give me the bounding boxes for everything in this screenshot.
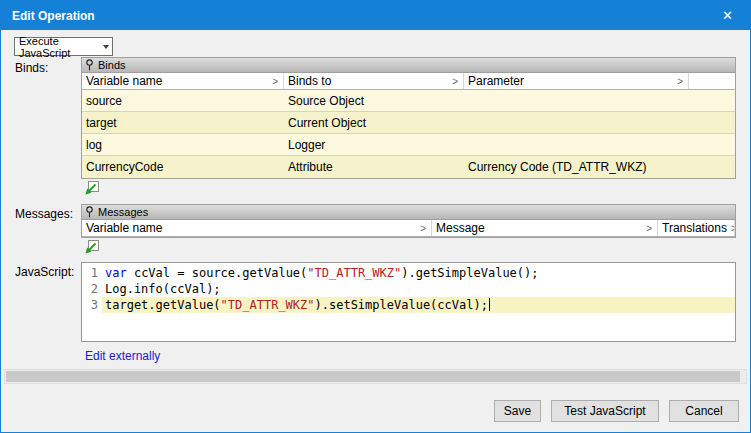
pin-icon[interactable] <box>85 59 94 71</box>
chevron-down-icon <box>99 45 112 49</box>
code-lines: 1var ccVal = source.getValue("TD_ATTR_WK… <box>82 265 735 313</box>
cell-parameter <box>464 134 735 155</box>
code-line[interactable]: 2Log.info(ccVal); <box>82 281 735 297</box>
code-token: "TD_ATTR_WKZ" <box>307 266 401 280</box>
operation-type-select[interactable]: Execute JavaScript <box>14 37 113 56</box>
scrollbar-thumb[interactable] <box>6 371 740 382</box>
sort-indicator: > <box>416 223 426 234</box>
cell-variable-name: source <box>82 90 284 111</box>
column-header-label: Binds to <box>288 74 331 88</box>
messages-column-headers: Variable name>Message>Translations> <box>82 220 735 237</box>
code-token: Log.info(ccVal); <box>105 282 221 296</box>
code-line[interactable]: 3target.getValue("TD_ATTR_WKZ").setSimpl… <box>82 297 735 313</box>
close-button[interactable]: ✕ <box>705 1 750 30</box>
sort-indicator: > <box>727 223 735 234</box>
cell-parameter <box>464 90 735 111</box>
code-token: var <box>105 266 127 280</box>
binds-panel-title: Binds <box>98 59 126 71</box>
cell-binds-to: Logger <box>284 134 464 155</box>
cell-variable-name: target <box>82 112 284 133</box>
horizontal-scrollbar[interactable] <box>4 369 747 384</box>
code-text: target.getValue("TD_ATTR_WKZ").setSimple… <box>102 297 735 313</box>
add-message-button[interactable] <box>84 240 99 255</box>
edit-operation-dialog: Edit Operation ✕ Execute JavaScript Bind… <box>0 0 751 433</box>
add-row-icon <box>84 240 99 255</box>
table-row[interactable]: targetCurrent Object <box>82 112 735 134</box>
line-number: 3 <box>82 297 102 313</box>
table-row[interactable]: sourceSource Object <box>82 90 735 112</box>
line-number: 1 <box>82 265 102 281</box>
column-header-label: Parameter <box>468 74 524 88</box>
cell-variable-name: log <box>82 134 284 155</box>
binds-panel: Binds Variable name>Binds to>Parameter> … <box>81 57 736 179</box>
binds-column-headers: Variable name>Binds to>Parameter> <box>82 73 735 90</box>
column-header-translations[interactable]: Translations> <box>658 220 735 236</box>
code-text: Log.info(ccVal); <box>102 281 735 297</box>
sort-indicator: > <box>673 76 683 87</box>
dialog-title: Edit Operation <box>12 9 95 23</box>
column-header-label: Variable name <box>86 74 163 88</box>
add-row-icon <box>84 181 99 196</box>
code-token: target.getValue( <box>105 298 221 312</box>
column-header-binds-to[interactable]: Binds to> <box>284 73 464 89</box>
javascript-editor[interactable]: 1var ccVal = source.getValue("TD_ATTR_WK… <box>81 262 736 342</box>
code-text: var ccVal = source.getValue("TD_ATTR_WKZ… <box>102 265 735 281</box>
text-cursor <box>489 298 490 311</box>
cell-binds-to: Attribute <box>284 156 464 178</box>
binds-panel-header: Binds <box>82 58 735 73</box>
column-header-label: Translations <box>662 221 727 235</box>
table-row[interactable]: CurrencyCodeAttributeCurrency Code (TD_A… <box>82 156 735 178</box>
dialog-titlebar: Edit Operation ✕ <box>1 1 750 30</box>
pin-icon[interactable] <box>85 206 94 218</box>
cell-parameter <box>464 112 735 133</box>
sort-indicator: > <box>448 76 458 87</box>
cell-variable-name: CurrencyCode <box>82 156 284 178</box>
test-javascript-button[interactable]: Test JavaScript <box>551 400 659 422</box>
table-row[interactable]: logLogger <box>82 134 735 156</box>
edit-externally-link[interactable]: Edit externally <box>85 349 160 363</box>
code-token: ).getSimpleValue(); <box>401 266 538 280</box>
sort-indicator: > <box>642 223 652 234</box>
column-header-message[interactable]: Message> <box>432 220 658 236</box>
line-number: 2 <box>82 281 102 297</box>
column-header-label: Variable name <box>86 221 163 235</box>
code-token: ccVal = source.getValue( <box>127 266 308 280</box>
column-header-variable-name[interactable]: Variable name> <box>82 73 284 89</box>
cell-binds-to: Current Object <box>284 112 464 133</box>
code-token: ).setSimpleValue(ccVal); <box>315 298 488 312</box>
cell-binds-to: Source Object <box>284 90 464 111</box>
cancel-button[interactable]: Cancel <box>669 400 739 422</box>
footer-buttons: Save Test JavaScript Cancel <box>494 400 739 422</box>
messages-panel-title: Messages <box>98 206 148 218</box>
column-header-label: Message <box>436 221 485 235</box>
messages-panel: Messages Variable name>Message>Translati… <box>81 204 736 238</box>
operation-type-value: Execute JavaScript <box>19 35 99 59</box>
binds-label: Binds: <box>15 61 48 75</box>
messages-label: Messages: <box>15 207 73 221</box>
code-line[interactable]: 1var ccVal = source.getValue("TD_ATTR_WK… <box>82 265 735 281</box>
binds-rows: sourceSource ObjecttargetCurrent Objectl… <box>82 90 735 178</box>
add-bind-button[interactable] <box>84 181 99 196</box>
javascript-label: JavaScript: <box>15 265 74 279</box>
messages-panel-header: Messages <box>82 205 735 220</box>
sort-indicator: > <box>268 76 278 87</box>
column-header-variable-name[interactable]: Variable name> <box>82 220 432 236</box>
column-header-parameter[interactable]: Parameter> <box>464 73 689 89</box>
cell-parameter: Currency Code (TD_ATTR_WKZ) <box>464 156 735 178</box>
code-token: "TD_ATTR_WKZ" <box>221 298 315 312</box>
save-button[interactable]: Save <box>494 400 541 422</box>
